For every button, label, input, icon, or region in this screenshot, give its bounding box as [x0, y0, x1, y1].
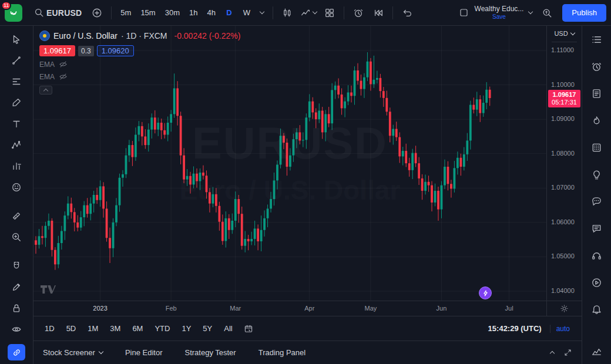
object-tree-button[interactable] — [590, 345, 603, 357]
hotlists-button[interactable] — [590, 114, 603, 126]
chat-button[interactable] — [590, 196, 603, 207]
collapse-legend-button[interactable] — [39, 86, 52, 95]
grid-layout-icon — [324, 8, 335, 18]
right-sidebar — [582, 26, 611, 364]
publish-button[interactable]: Publish — [562, 4, 606, 22]
time-axis[interactable]: 2023FebMarAprMayJunJul — [33, 301, 546, 316]
fib-tool[interactable] — [6, 75, 26, 88]
chart-type-button[interactable] — [278, 4, 297, 22]
top-toolbar: 11 EURUSD 5m 15m 30m 1h 4h D W Wealthy E… — [0, 0, 611, 26]
layout-menu[interactable]: Wealthy Educ... Save — [475, 5, 524, 21]
range-5d[interactable]: 5D — [61, 322, 82, 335]
timeframe-1d[interactable]: D — [221, 5, 237, 21]
symbol-header[interactable]: Euro / U.S. Dollar · 1D · FXCM -0.00242 … — [39, 31, 240, 41]
text-tool[interactable] — [6, 117, 26, 130]
sync-drawings-tool[interactable] — [8, 344, 25, 360]
watchlist-button[interactable] — [590, 33, 603, 45]
tradingview-logo[interactable] — [41, 285, 56, 296]
ideas-button[interactable] — [590, 168, 603, 180]
maximize-panel-button[interactable] — [563, 348, 572, 357]
tab-trading-panel[interactable]: Trading Panel — [258, 348, 306, 357]
draw-mode-tool[interactable] — [6, 281, 26, 294]
news-button[interactable] — [590, 87, 603, 99]
emoji-tool[interactable] — [6, 181, 26, 194]
range-1y[interactable]: 1Y — [176, 322, 196, 335]
range-1m[interactable]: 1M — [82, 322, 103, 335]
time-axis-row: 2023FebMarAprMayJunJul — [33, 301, 582, 316]
timeframe-30m[interactable]: 30m — [161, 5, 184, 21]
goto-date-button[interactable] — [239, 321, 258, 336]
pattern-tool[interactable] — [6, 139, 26, 151]
symbol-search-button[interactable]: EURUSD — [29, 4, 86, 22]
symbol-meta[interactable]: · 1D · FXCM — [121, 31, 167, 41]
range-6m[interactable]: 6M — [127, 322, 148, 335]
bid-price[interactable]: 1.09617 — [39, 45, 75, 56]
range-ytd[interactable]: YTD — [149, 322, 175, 335]
economic-calendar-icon — [591, 142, 602, 153]
app-logo[interactable]: 11 — [5, 4, 22, 22]
quick-search-button[interactable] — [538, 4, 556, 22]
measure-tool[interactable] — [6, 210, 26, 223]
timeframe-4h[interactable]: 4h — [203, 5, 219, 21]
lock-all-tool[interactable] — [6, 302, 26, 315]
bar-replay-button[interactable] — [369, 4, 388, 22]
undo-button[interactable] — [398, 4, 417, 22]
save-layout-button[interactable] — [455, 4, 474, 22]
tab-strategy-tester[interactable]: Strategy Tester — [184, 348, 236, 357]
timeframe-1w[interactable]: W — [239, 5, 255, 21]
symbol-title[interactable]: Euro / U.S. Dollar — [53, 31, 118, 41]
trendline-tool[interactable] — [6, 54, 26, 67]
notifications-button[interactable] — [590, 304, 603, 315]
alerts-button[interactable] — [590, 60, 603, 72]
conversations-button[interactable] — [590, 223, 603, 234]
compare-add-button[interactable] — [88, 4, 106, 22]
videos-button[interactable] — [590, 277, 603, 288]
timeframe-5m[interactable]: 5m — [116, 5, 135, 21]
layout-grid-button[interactable] — [320, 4, 339, 22]
timeframe-15m[interactable]: 15m — [136, 5, 159, 21]
tab-pine-editor[interactable]: Pine Editor — [125, 348, 163, 357]
session-clock[interactable]: 15:42:29 (UTC) — [488, 324, 542, 333]
range-all[interactable]: All — [219, 322, 237, 335]
indicator-label: EMA — [39, 60, 55, 69]
forecast-tool[interactable] — [6, 160, 26, 173]
range-5y[interactable]: 5Y — [197, 322, 217, 335]
expand-panel-button[interactable] — [550, 348, 554, 357]
axis-currency-button[interactable]: USD — [547, 30, 582, 37]
eye-off-icon[interactable] — [59, 72, 68, 81]
zoom-tool[interactable] — [6, 231, 26, 244]
divider — [273, 6, 273, 19]
range-3m[interactable]: 3M — [105, 322, 126, 335]
create-alert-button[interactable] — [349, 4, 368, 22]
hide-all-tool[interactable] — [6, 323, 26, 336]
timeframe-menu-button[interactable] — [256, 4, 268, 22]
time-axis-label: Apr — [304, 305, 314, 312]
indicator-row-ema-1[interactable]: EMA — [39, 60, 240, 69]
brush-tool[interactable] — [6, 96, 26, 109]
ask-price[interactable]: 1.09620 — [97, 45, 134, 56]
magnet-tool[interactable] — [6, 259, 26, 272]
streams-button[interactable] — [590, 250, 603, 261]
spread-value: 0.3 — [78, 46, 94, 56]
eye-icon — [11, 324, 22, 335]
save-link[interactable]: Save — [492, 13, 506, 21]
layout-menu-chevron[interactable] — [525, 4, 536, 22]
time-axis-label: May — [365, 305, 377, 312]
tab-stock-screener[interactable]: Stock Screener — [43, 348, 103, 357]
indicators-button[interactable] — [298, 4, 319, 22]
search-icon — [34, 8, 44, 18]
timeframe-1h[interactable]: 1h — [185, 5, 202, 21]
axis-settings-button[interactable] — [546, 301, 582, 316]
object-tree-icon — [591, 346, 602, 357]
price-axis-label: 1.11000 — [551, 46, 574, 53]
eye-off-icon[interactable] — [59, 60, 68, 69]
range-1d[interactable]: 1D — [39, 322, 60, 335]
range-toolbar: 1D 5D 1M 3M 6M YTD 1Y 5Y All 15:42:29 (U… — [33, 316, 582, 341]
price-axis[interactable]: USD 1.110001.100001.090001.080001.070001… — [546, 26, 582, 301]
auto-scale-button[interactable]: auto — [550, 325, 576, 333]
chart-plot-area[interactable]: EURUSD Euro / U.S. Dollar Euro / U.S. Do… — [33, 26, 546, 301]
cursor-tool[interactable] — [6, 33, 26, 46]
calendar-button[interactable] — [590, 141, 603, 153]
indicator-row-ema-2[interactable]: EMA — [39, 72, 240, 81]
boost-icon[interactable] — [479, 287, 492, 299]
